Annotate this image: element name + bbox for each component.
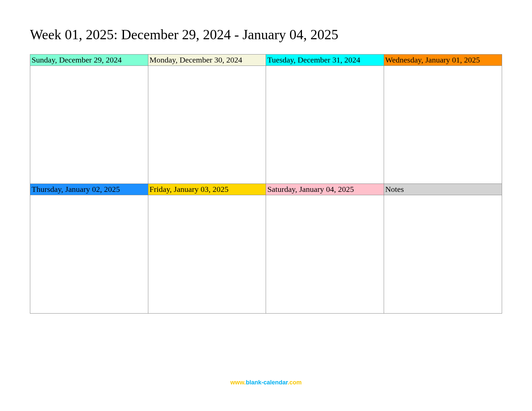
day-header-wednesday: Wednesday, January 01, 2025: [384, 55, 502, 66]
day-body-saturday: [266, 195, 384, 313]
day-body-monday: [148, 66, 266, 184]
day-header-sunday: Sunday, December 29, 2024: [30, 55, 148, 66]
day-body-sunday: [30, 66, 148, 184]
page-title: Week 01, 2025: December 29, 2024 - Janua…: [30, 27, 502, 43]
day-body-notes: [384, 195, 502, 313]
day-body-wednesday: [384, 66, 502, 184]
day-header-saturday: Saturday, January 04, 2025: [266, 184, 384, 195]
day-header-thursday: Thursday, January 02, 2025: [30, 184, 148, 195]
footer-url-part-www: www.: [230, 379, 246, 386]
footer-url-part-domain: blank-calendar: [246, 379, 288, 386]
day-header-tuesday: Tuesday, December 31, 2024: [266, 55, 384, 66]
day-body-tuesday: [266, 66, 384, 184]
day-header-notes: Notes: [384, 184, 502, 195]
calendar-grid: Sunday, December 29, 2024 Monday, Decemb…: [30, 54, 502, 314]
day-header-monday: Monday, December 30, 2024: [148, 55, 266, 66]
day-body-thursday: [30, 195, 148, 313]
footer-url-part-tld: .com: [288, 379, 302, 386]
day-body-friday: [148, 195, 266, 313]
footer-url: www.blank-calendar.com: [230, 379, 302, 386]
day-header-friday: Friday, January 03, 2025: [148, 184, 266, 195]
